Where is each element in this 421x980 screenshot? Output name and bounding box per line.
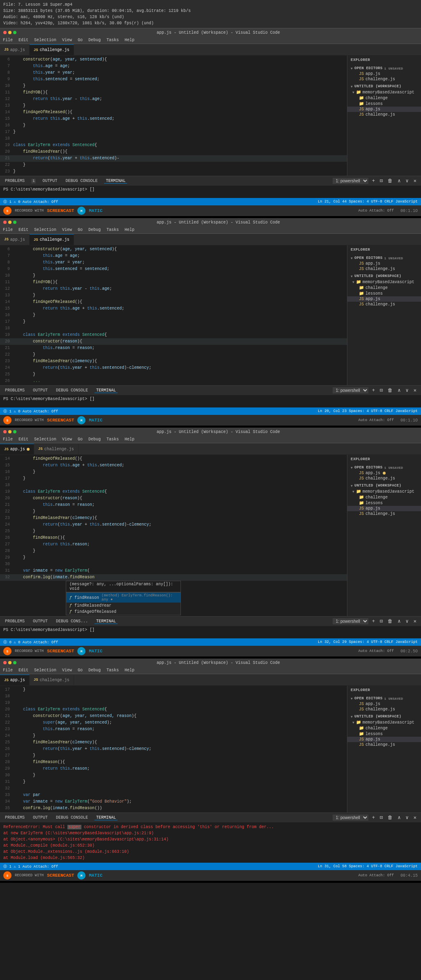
- folder-challenge[interactable]: 📁 challenge: [347, 95, 421, 101]
- editor-3[interactable]: 14 findAgeOfReleased(){ 15 return this.a…: [0, 455, 347, 616]
- shell-selector-2[interactable]: 1: powershell: [333, 387, 368, 393]
- tab-debug-console-4[interactable]: DEBUG CONSOLE: [54, 815, 90, 820]
- maximize-btn-2[interactable]: [13, 221, 16, 224]
- tab-debug-console-2[interactable]: DEBUG CONSOLE: [54, 388, 90, 393]
- tab-output-3[interactable]: OUTPUT: [31, 619, 49, 624]
- tab-challengejs-1[interactable]: JS challenge.js: [30, 44, 74, 55]
- folder-memoryBased-2[interactable]: ▼ 📁 memoryBasedJavascript: [347, 279, 421, 285]
- menu-selection-3[interactable]: Selection: [33, 437, 58, 442]
- tab-problems-4[interactable]: PROBLEMS: [3, 815, 26, 820]
- add-terminal-btn-2[interactable]: +: [371, 388, 376, 393]
- editor-2[interactable]: 6 constructor(age, year, sentenced){ 7 t…: [0, 245, 347, 385]
- open-editors-title-2[interactable]: ▼ OPEN EDITORS 1 UNSAVED: [347, 255, 421, 261]
- menu-tasks[interactable]: Tasks: [105, 38, 120, 42]
- menu-go-3[interactable]: Go: [76, 437, 84, 442]
- open-file-challengejs-4[interactable]: JS challenge.js: [347, 707, 421, 712]
- menu-edit-3[interactable]: Edit: [17, 437, 30, 442]
- chevron-down-btn-4[interactable]: ∨: [405, 815, 410, 821]
- open-file-appjs-3[interactable]: JS app.js: [347, 470, 421, 476]
- split-btn-3[interactable]: ⊡: [379, 618, 384, 624]
- close-btn-2[interactable]: [3, 221, 7, 224]
- menu-view-4[interactable]: View: [61, 668, 73, 673]
- chevron-down-btn[interactable]: ∨: [405, 178, 410, 184]
- close-btn[interactable]: [3, 31, 7, 34]
- folder-challenge-2[interactable]: 📁 challenge: [347, 285, 421, 291]
- folder-challenge-3[interactable]: 📁 challenge: [347, 494, 421, 500]
- chevron-up-btn-2[interactable]: ∧: [396, 387, 402, 393]
- split-btn-4[interactable]: ⊡: [379, 815, 384, 821]
- file-appjs-4[interactable]: JS app.js: [347, 737, 421, 742]
- shell-selector[interactable]: 1: powershell: [333, 178, 368, 184]
- file-appjs[interactable]: JS app.js: [347, 107, 421, 112]
- tab-debug-console-3[interactable]: DEBUG CONS...: [54, 619, 90, 624]
- menu-tasks-2[interactable]: Tasks: [105, 228, 120, 232]
- tab-challengejs-3[interactable]: JS challenge.js: [34, 444, 79, 454]
- git-status[interactable]: ⓪ 1 ⚠ 0 Auto Attach: Off: [3, 199, 58, 205]
- close-terminal-btn-3[interactable]: ✕: [412, 618, 418, 624]
- menu-view-3[interactable]: View: [61, 437, 73, 442]
- trash-btn[interactable]: 🗑: [386, 178, 394, 184]
- close-terminal-btn-4[interactable]: ✕: [412, 815, 418, 821]
- add-terminal-btn-4[interactable]: +: [371, 815, 376, 821]
- menu-go-4[interactable]: Go: [76, 668, 84, 673]
- menu-selection-4[interactable]: Selection: [33, 668, 58, 673]
- close-terminal-btn-2[interactable]: ✕: [412, 387, 418, 393]
- close-btn-3[interactable]: [3, 430, 7, 433]
- folder-lessons-2[interactable]: 📁 lessons: [347, 291, 421, 296]
- file-challengejs-2[interactable]: JS challenge.js: [347, 302, 421, 307]
- trash-btn-2[interactable]: 🗑: [386, 387, 394, 393]
- open-editors-title-4[interactable]: ▼ OPEN EDITORS 1 UNSAVED: [347, 696, 421, 701]
- file-challengejs-3[interactable]: JS challenge.js: [347, 511, 421, 517]
- shell-selector-3[interactable]: 1: powershell: [333, 618, 368, 624]
- file-appjs-2[interactable]: JS app.js: [347, 296, 421, 302]
- tab-terminal-4[interactable]: TERMINAL: [95, 815, 118, 820]
- tab-problems[interactable]: PROBLEMS: [3, 179, 26, 183]
- tab-terminal-2[interactable]: TERMINAL: [95, 388, 118, 393]
- tab-terminal[interactable]: TERMINAL: [104, 179, 127, 184]
- editor-4[interactable]: 17 } 18 19 20 class EarlyTerm extends Se…: [0, 686, 347, 812]
- open-file-challengejs[interactable]: JS challenge.js: [347, 77, 421, 82]
- menu-selection-2[interactable]: Selection: [33, 228, 58, 232]
- file-challengejs-4[interactable]: JS challenge.js: [347, 742, 421, 747]
- tab-appjs-3[interactable]: JS app.js: [0, 444, 34, 454]
- folder-challenge-4[interactable]: 📁 challenge: [347, 725, 421, 731]
- ac-item-findAgeOfReleased[interactable]: ƒ findAgeOfReleased: [66, 609, 180, 615]
- folder-lessons[interactable]: 📁 lessons: [347, 101, 421, 107]
- workspace-title-2[interactable]: ▼ UNTITLED (WORKSPACE): [347, 273, 421, 279]
- close-btn-4[interactable]: [3, 661, 7, 664]
- close-terminal-btn[interactable]: ✕: [412, 178, 418, 184]
- minimize-btn[interactable]: [8, 31, 12, 34]
- menu-debug-3[interactable]: Debug: [87, 437, 102, 442]
- trash-btn-3[interactable]: 🗑: [386, 618, 394, 624]
- add-terminal-btn-3[interactable]: +: [371, 619, 376, 624]
- folder-memoryBased-3[interactable]: ▼ 📁 memoryBasedJavascript: [347, 489, 421, 494]
- menu-debug[interactable]: Debug: [87, 38, 102, 42]
- open-editors-title[interactable]: ▼ OPEN EDITORS 1 UNSAVED: [347, 65, 421, 71]
- workspace-title[interactable]: ▼ UNTITLED (WORKSPACE): [347, 84, 421, 89]
- menu-edit-4[interactable]: Edit: [17, 668, 30, 673]
- chevron-down-btn-3[interactable]: ∨: [405, 618, 410, 624]
- open-file-appjs-2[interactable]: JS app.js: [347, 261, 421, 266]
- add-terminal-btn[interactable]: +: [371, 178, 376, 184]
- menu-go[interactable]: Go: [76, 38, 84, 42]
- maximize-btn[interactable]: [13, 31, 16, 34]
- folder-lessons-3[interactable]: 📁 lessons: [347, 500, 421, 506]
- menu-view[interactable]: View: [61, 38, 73, 42]
- tab-problems-3[interactable]: PROBLEMS: [3, 619, 26, 624]
- menu-debug-2[interactable]: Debug: [87, 228, 102, 232]
- menu-help[interactable]: Help: [123, 38, 136, 42]
- folder-memoryBased-4[interactable]: ▼ 📁 memoryBasedJavascript: [347, 719, 421, 725]
- tab-appjs-1[interactable]: JS app.js: [0, 44, 30, 55]
- folder-memoryBased[interactable]: ▼ 📁 memoryBasedJavascript: [347, 89, 421, 95]
- workspace-title-4[interactable]: ▼ UNTITLED (WORKSPACE): [347, 714, 421, 719]
- tab-challengejs-2[interactable]: JS challenge.js: [30, 234, 74, 245]
- minimize-btn-4[interactable]: [8, 661, 12, 664]
- open-file-challengejs-2[interactable]: JS challenge.js: [347, 266, 421, 272]
- menu-view-2[interactable]: View: [61, 228, 73, 232]
- minimize-btn-2[interactable]: [8, 221, 12, 224]
- shell-selector-4[interactable]: 1: powershell: [333, 815, 368, 821]
- maximize-btn-3[interactable]: [13, 430, 16, 433]
- tab-challengejs-4[interactable]: JS challenge.js: [30, 675, 74, 685]
- tab-appjs-4[interactable]: JS app.js: [0, 675, 30, 685]
- autocomplete-dropdown[interactable]: ƒ findReason (method) EarlyTerm.findReas…: [66, 592, 181, 615]
